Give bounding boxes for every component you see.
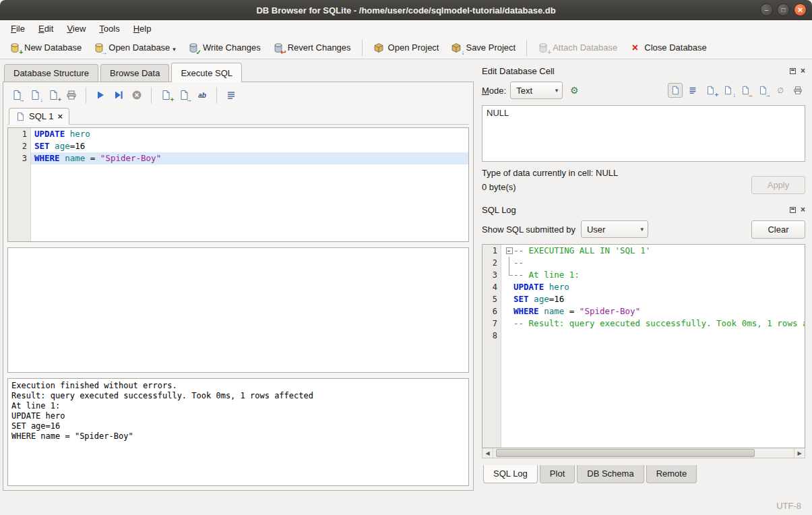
submitter-select[interactable]: User ▾ xyxy=(581,220,648,238)
menu-tools[interactable]: Tools xyxy=(92,22,126,36)
open-database-button[interactable]: → Open Database ▾ xyxy=(88,39,181,57)
button-label: Open Database xyxy=(108,42,170,53)
print-sql-icon[interactable] xyxy=(63,87,80,103)
clear-button[interactable]: Clear xyxy=(751,220,805,239)
tab-sql-log[interactable]: SQL Log xyxy=(483,465,538,483)
sql-toolbar-separator xyxy=(216,87,217,103)
save-cell-icon[interactable]: → xyxy=(755,83,770,98)
tab-db-schema[interactable]: DB Schema xyxy=(577,465,644,483)
execution-output-text: Execution finished without errors. Resul… xyxy=(8,379,468,444)
edit-cell-icon-group: + ↓ → → ∅ xyxy=(668,83,805,98)
chevron-down-icon: ▾ xyxy=(555,87,559,94)
close-dock-icon[interactable]: × xyxy=(801,207,805,213)
edit-cell-mode-row: Mode: Text ▾ ⚙ + ↓ → → ∅ xyxy=(482,80,805,100)
tab-remote[interactable]: Remote xyxy=(646,465,697,483)
edit-external-icon[interactable]: + xyxy=(703,83,718,98)
results-grid[interactable] xyxy=(7,247,469,373)
tab-database-structure[interactable]: Database Structure xyxy=(4,64,98,82)
fold-guide xyxy=(505,257,513,269)
wrap-lines-icon[interactable] xyxy=(685,83,700,98)
close-database-button[interactable]: × Close Database xyxy=(624,39,712,56)
open-project-button[interactable]: Open Project xyxy=(368,39,445,57)
scrollbar-track[interactable] xyxy=(493,448,794,458)
statusbar: UTF-8 xyxy=(0,496,812,515)
menu-file[interactable]: File xyxy=(4,22,32,36)
left-panel: Database Structure Browse Data Execute S… xyxy=(0,59,475,496)
fold-guide xyxy=(505,281,513,293)
menu-view[interactable]: View xyxy=(60,22,92,36)
save-sql-as-icon[interactable]: + xyxy=(45,87,61,103)
open-database-dropdown-icon[interactable]: ▾ xyxy=(173,46,176,53)
fold-guide xyxy=(505,305,513,317)
line-number: 1 xyxy=(8,128,30,140)
fold-marker-icon[interactable] xyxy=(505,245,513,257)
line-number: 7 xyxy=(482,317,501,330)
code-line: WHERE name = "Spider-Boy" xyxy=(501,305,805,317)
tab-browse-data[interactable]: Browse Data xyxy=(100,64,169,82)
import-data-icon[interactable]: ↓ xyxy=(720,83,735,98)
close-dock-icon[interactable]: × xyxy=(801,68,805,74)
scroll-left-icon[interactable]: ◀ xyxy=(482,448,493,458)
maximize-button[interactable]: □ xyxy=(777,3,790,16)
scroll-right-icon[interactable]: ▶ xyxy=(794,448,805,458)
editor-code-area[interactable]: UPDATE heroSET age=16WHERE name = "Spide… xyxy=(31,128,468,241)
float-dock-icon[interactable] xyxy=(790,68,796,74)
tab-execute-sql[interactable]: Execute SQL xyxy=(171,63,242,82)
button-label: Close Database xyxy=(644,42,707,53)
new-database-icon: + xyxy=(9,42,20,53)
tab-close-icon[interactable]: × xyxy=(57,112,63,121)
find-replace-icon[interactable]: ab xyxy=(194,87,210,103)
bottom-tab-bar: SQL Log Plot DB Schema Remote xyxy=(482,465,805,484)
execute-current-line-icon[interactable] xyxy=(111,87,127,103)
float-dock-icon[interactable] xyxy=(790,207,796,213)
open-sql-file-icon[interactable]: → xyxy=(9,87,25,103)
close-button[interactable]: × xyxy=(794,3,807,16)
main-toolbar: + New Database → Open Database ▾ ✓ Write… xyxy=(0,36,812,59)
close-icon: × xyxy=(798,5,803,14)
revert-changes-button[interactable]: ↩ Revert Changes xyxy=(268,39,356,57)
window-controls: – □ × xyxy=(760,3,807,16)
open-sql-tab-icon[interactable]: → xyxy=(176,87,192,103)
code-line[interactable]: UPDATE hero xyxy=(31,128,468,140)
code-line[interactable]: WHERE name = "Spider-Boy" xyxy=(31,152,468,164)
minimize-button[interactable]: – xyxy=(760,3,773,16)
save-sql-file-icon[interactable]: ↓ xyxy=(27,87,43,103)
fold-guide xyxy=(505,330,513,342)
sql-log-header: SQL Log × xyxy=(482,204,805,216)
log-horizontal-scrollbar[interactable]: ◀ ▶ xyxy=(482,448,805,458)
submitter-value: User xyxy=(587,224,605,235)
button-label: New Database xyxy=(24,42,82,53)
menu-edit[interactable]: Edit xyxy=(32,22,60,36)
tab-plot[interactable]: Plot xyxy=(540,465,575,483)
menu-help[interactable]: Help xyxy=(127,22,158,36)
export-data-icon[interactable]: → xyxy=(738,83,753,98)
code-line[interactable]: SET age=16 xyxy=(31,140,468,152)
edit-cell-header: Edit Database Cell × xyxy=(482,65,805,77)
cell-type-info: Type of data currently in cell: NULL xyxy=(482,166,751,180)
sql-toolbar-separator xyxy=(151,87,152,103)
fold-guide xyxy=(505,293,513,305)
word-wrap-icon[interactable] xyxy=(223,87,239,103)
button-label: Save Project xyxy=(466,42,516,53)
cell-info: Type of data currently in cell: NULL 0 b… xyxy=(482,166,805,194)
text-view-icon[interactable] xyxy=(668,83,683,98)
write-changes-button[interactable]: ✓ Write Changes xyxy=(183,39,266,57)
new-sql-tab-icon[interactable]: + xyxy=(158,87,174,103)
settings-icon[interactable]: ⚙ xyxy=(567,83,582,98)
print-cell-icon[interactable] xyxy=(790,83,805,98)
fold-guide xyxy=(505,269,513,281)
edit-cell-title: Edit Database Cell xyxy=(482,66,790,76)
set-null-icon[interactable]: ∅ xyxy=(773,83,788,98)
scrollbar-thumb[interactable] xyxy=(496,449,755,457)
execute-all-icon[interactable] xyxy=(92,87,108,103)
line-number: 2 xyxy=(8,140,30,152)
save-project-button[interactable]: ↓ Save Project xyxy=(445,39,521,57)
fold-guide xyxy=(505,317,513,330)
apply-button: Apply xyxy=(751,176,805,194)
new-database-button[interactable]: + New Database xyxy=(4,39,87,57)
code-line: -- xyxy=(501,257,805,269)
cell-value-editor[interactable]: NULL xyxy=(482,105,805,162)
sql-editor[interactable]: 123 UPDATE heroSET age=16WHERE name = "S… xyxy=(7,127,469,242)
mode-select[interactable]: Text ▾ xyxy=(510,82,563,99)
sql-document-tab[interactable]: SQL 1 × xyxy=(9,108,69,125)
